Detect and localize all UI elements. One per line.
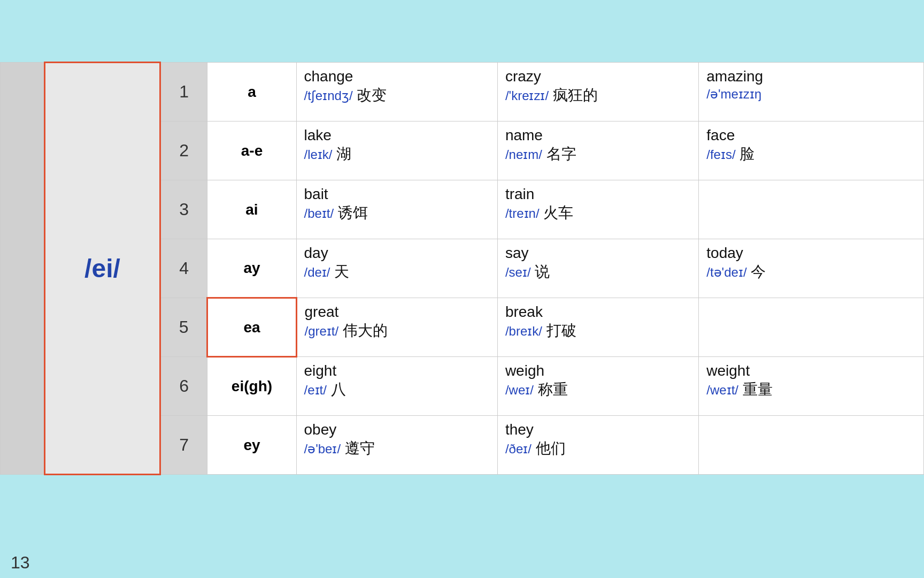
phoneme-label: /ei/ [84, 254, 120, 283]
word-cell-2: they/ðeɪ/ 他们 [497, 416, 698, 475]
word-cell-1: change/tʃeɪndʒ/ 改变 [296, 63, 497, 121]
top-background [0, 0, 924, 62]
table-row: /ei/ 1 a change/tʃeɪndʒ/ 改变 crazy/'kreɪz… [1, 63, 924, 121]
word-cell-2: weigh/weɪ/ 称重 [497, 357, 698, 416]
row-number: 7 [160, 416, 207, 475]
page-wrapper: /ei/ 1 a change/tʃeɪndʒ/ 改变 crazy/'kreɪz… [0, 0, 924, 578]
row-number: 1 [160, 63, 207, 121]
row-number: 3 [160, 180, 207, 239]
word-cell-2: say/seɪ/ 说 [497, 239, 698, 298]
word-cell-2: break/breɪk/ 打破 [497, 298, 698, 357]
word-cell-3: today/tə'deɪ/ 今 [699, 239, 924, 298]
phoneme-cell: /ei/ [45, 63, 160, 475]
spelling-cell: ei(gh) [207, 357, 296, 416]
row-number: 4 [160, 239, 207, 298]
row-number: 6 [160, 357, 207, 416]
spelling-cell: ea [207, 298, 296, 357]
word-cell-3 [699, 298, 924, 357]
word-cell-2: name/neɪm/ 名字 [497, 121, 698, 180]
word-cell-3: face/feɪs/ 脸 [699, 121, 924, 180]
phonics-table: /ei/ 1 a change/tʃeɪndʒ/ 改变 crazy/'kreɪz… [0, 62, 924, 475]
spelling-cell: a [207, 63, 296, 121]
table-container: /ei/ 1 a change/tʃeɪndʒ/ 改变 crazy/'kreɪz… [0, 62, 924, 578]
word-cell-1: bait/beɪt/ 诱饵 [296, 180, 497, 239]
word-cell-3: amazing/ə'meɪzɪŋ [699, 63, 924, 121]
word-cell-3: weight/weɪt/ 重量 [699, 357, 924, 416]
word-cell-2: crazy/'kreɪzɪ/ 疯狂的 [497, 63, 698, 121]
word-cell-1: eight/eɪt/ 八 [296, 357, 497, 416]
word-cell-3 [699, 416, 924, 475]
word-cell-3 [699, 180, 924, 239]
spelling-cell: ey [207, 416, 296, 475]
page-number: 13 [11, 553, 30, 573]
word-cell-1: day/deɪ/ 天 [296, 239, 497, 298]
word-cell-1: great/greɪt/ 伟大的 [296, 298, 497, 357]
word-cell-2: train/treɪn/ 火车 [497, 180, 698, 239]
word-cell-1: lake/leɪk/ 湖 [296, 121, 497, 180]
spelling-cell: ay [207, 239, 296, 298]
word-cell-1: obey/ə'beɪ/ 遵守 [296, 416, 497, 475]
spelling-cell: a-e [207, 121, 296, 180]
row-number: 2 [160, 121, 207, 180]
empty-cell [1, 63, 45, 475]
row-number: 5 [160, 298, 207, 357]
spelling-cell: ai [207, 180, 296, 239]
